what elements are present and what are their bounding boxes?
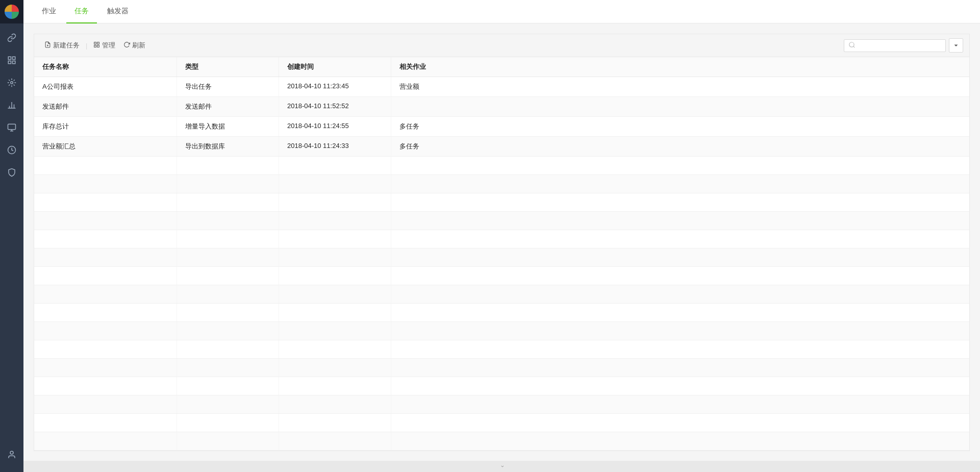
table-row-empty — [34, 212, 969, 230]
table-header: 任务名称 类型 创建时间 相关作业 — [34, 57, 969, 77]
svg-point-4 — [11, 82, 13, 84]
table-row-empty — [34, 175, 969, 193]
svg-rect-9 — [8, 124, 16, 130]
svg-rect-17 — [97, 42, 99, 44]
bottom-collapse-bar[interactable]: ‹ — [23, 461, 980, 472]
svg-point-13 — [10, 451, 13, 454]
new-task-icon — [44, 41, 51, 49]
toolbar-divider-1: | — [86, 42, 87, 49]
dashboard-icon — [7, 56, 16, 67]
cell-type: 发送邮件 — [177, 97, 279, 116]
column-header-related-job: 相关作业 — [391, 57, 969, 77]
timer-icon — [7, 145, 16, 157]
manage-button[interactable]: 管理 — [89, 39, 119, 52]
cell-type: 导出到数据库 — [177, 137, 279, 156]
chart-icon — [7, 101, 16, 112]
sidebar-item-chart[interactable] — [0, 95, 23, 117]
top-nav: 作业 任务 触发器 — [23, 0, 980, 23]
refresh-button[interactable]: 刷新 — [119, 39, 149, 52]
cell-related-job: 营业额 — [391, 77, 969, 96]
table-row-empty — [34, 285, 969, 304]
table-row-empty — [34, 304, 969, 322]
cell-created-at: 2018-04-10 11:23:45 — [279, 77, 391, 96]
cell-type: 导出任务 — [177, 77, 279, 96]
svg-line-21 — [853, 46, 855, 47]
svg-rect-0 — [8, 57, 11, 59]
search-box — [844, 39, 946, 52]
table-row-empty — [34, 395, 969, 414]
table-row-empty — [34, 267, 969, 285]
cell-name: 营业额汇总 — [34, 137, 177, 156]
manage-icon — [93, 41, 100, 49]
table-row-empty — [34, 414, 969, 432]
user-avatar[interactable] — [0, 443, 23, 466]
integration-icon — [7, 78, 16, 89]
cell-related-job: 多任务 — [391, 117, 969, 136]
table-row-empty — [34, 432, 969, 451]
table-body: A公司报表 导出任务 2018-04-10 11:23:45 营业额 发送邮件 … — [34, 77, 969, 451]
cell-name: 库存总计 — [34, 117, 177, 136]
sidebar-bottom — [0, 443, 23, 472]
table-row[interactable]: 发送邮件 发送邮件 2018-04-10 11:52:52 — [34, 97, 969, 117]
filter-button[interactable] — [949, 38, 963, 53]
sidebar-item-dashboard[interactable] — [0, 50, 23, 72]
shield-icon — [7, 168, 16, 179]
sidebar-item-link[interactable] — [0, 28, 23, 50]
sidebar-item-monitor[interactable] — [0, 117, 23, 140]
table-row[interactable]: 库存总计 增量导入数据 2018-04-10 11:24:55 多任务 — [34, 117, 969, 137]
table-row-empty — [34, 340, 969, 359]
cell-created-at: 2018-04-10 11:24:33 — [279, 137, 391, 156]
new-task-button[interactable]: 新建任务 — [40, 39, 84, 52]
toolbar: 新建任务 | 管理 — [34, 34, 969, 57]
monitor-icon — [7, 123, 16, 134]
tab-trigger[interactable]: 触发器 — [99, 0, 137, 23]
link-icon — [7, 33, 16, 44]
task-table-container: 新建任务 | 管理 — [34, 34, 970, 451]
svg-rect-3 — [13, 61, 15, 64]
main-content: 作业 任务 触发器 — [23, 0, 980, 472]
app-logo-icon — [5, 5, 19, 19]
cell-created-at: 2018-04-10 11:52:52 — [279, 97, 391, 116]
cell-related-job — [391, 97, 969, 116]
cell-related-job: 多任务 — [391, 137, 969, 156]
svg-rect-16 — [94, 42, 96, 44]
table-row-empty — [34, 193, 969, 212]
table-row[interactable]: A公司报表 导出任务 2018-04-10 11:23:45 营业额 — [34, 77, 969, 97]
table-row-empty — [34, 157, 969, 175]
svg-rect-19 — [97, 45, 99, 47]
cell-created-at: 2018-04-10 11:24:55 — [279, 117, 391, 136]
refresh-icon — [123, 41, 130, 49]
sidebar-item-timer[interactable] — [0, 140, 23, 162]
toolbar-right — [844, 38, 963, 53]
content-area: 新建任务 | 管理 — [23, 23, 980, 461]
sidebar-logo[interactable] — [0, 0, 23, 23]
table-row-empty — [34, 249, 969, 267]
svg-rect-2 — [8, 61, 11, 64]
svg-rect-18 — [94, 45, 96, 47]
table-row-empty — [34, 230, 969, 249]
svg-rect-1 — [13, 57, 15, 59]
table-row-empty — [34, 377, 969, 395]
column-header-created-at: 创建时间 — [279, 57, 391, 77]
search-icon[interactable] — [848, 41, 856, 50]
table-row-empty — [34, 322, 969, 340]
tab-job[interactable]: 作业 — [34, 0, 64, 23]
sidebar-nav — [0, 23, 23, 443]
cell-name: 发送邮件 — [34, 97, 177, 116]
svg-point-20 — [849, 42, 854, 46]
search-input[interactable] — [856, 42, 937, 49]
cell-type: 增量导入数据 — [177, 117, 279, 136]
sidebar — [0, 0, 23, 472]
collapse-icon: ‹ — [498, 465, 505, 467]
sidebar-item-integration[interactable] — [0, 72, 23, 95]
cell-name: A公司报表 — [34, 77, 177, 96]
table-row-empty — [34, 359, 969, 377]
column-header-name: 任务名称 — [34, 57, 177, 77]
table-row[interactable]: 营业额汇总 导出到数据库 2018-04-10 11:24:33 多任务 — [34, 137, 969, 157]
tab-task[interactable]: 任务 — [66, 0, 97, 23]
sidebar-item-shield[interactable] — [0, 162, 23, 185]
column-header-type: 类型 — [177, 57, 279, 77]
